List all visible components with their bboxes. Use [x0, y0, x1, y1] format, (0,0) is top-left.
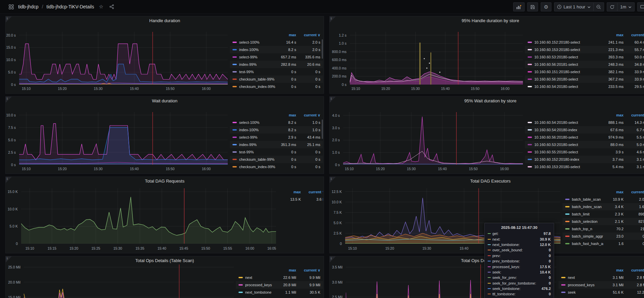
legend-color-marker[interactable]	[232, 71, 237, 72]
legend-color-marker[interactable]	[232, 166, 237, 167]
chart-plot[interactable]	[343, 112, 523, 165]
legend-item[interactable]: checksum_table-99%0 s0 s	[230, 76, 323, 83]
legend-current-header[interactable]: current ∨	[624, 33, 644, 37]
legend-item[interactable]: checksum_index-99%0 s0 s	[230, 163, 323, 170]
refresh-interval-picker[interactable]: 1m	[618, 2, 635, 11]
legend-item[interactable]: checksum_index-99%0 s0 s	[230, 83, 323, 90]
legend-color-marker[interactable]	[565, 206, 570, 207]
legend-color-marker[interactable]	[232, 159, 237, 160]
legend-item[interactable]: batch_simple_aggr23.00.3	[562, 233, 644, 240]
legend-color-marker[interactable]	[238, 292, 243, 293]
legend-item[interactable]: batch_top_n70.221.2	[562, 225, 644, 233]
legend-item[interactable]: batch13.5 K3.6 K	[278, 196, 323, 203]
legend-max-header[interactable]: max	[276, 33, 296, 37]
legend-color-marker[interactable]	[528, 71, 532, 72]
time-range-picker[interactable]: Last 1 hour	[554, 2, 594, 11]
legend-color-marker[interactable]	[232, 129, 237, 131]
chart-plot[interactable]	[24, 264, 234, 298]
legend-color-marker[interactable]	[528, 64, 532, 65]
dashboard-settings-button[interactable]: ⚙	[541, 2, 551, 11]
legend-item[interactable]: 10.160.60.56:20181-select248.3 ms34.8 ms	[525, 61, 644, 68]
legend-item[interactable]: batch_selection2.1 K827.1	[562, 218, 644, 225]
legend-max-header[interactable]: max	[603, 268, 624, 272]
breadcrumb-dashboard[interactable]: tidb-jhdcp-TiKV-Details	[47, 4, 94, 9]
legend-item[interactable]: 10.160.60.54:20180-select233.5 ms29.5 ms	[525, 83, 644, 90]
refresh-button[interactable]	[607, 2, 618, 11]
legend-max-header[interactable]: max	[281, 190, 301, 194]
legend-color-marker[interactable]	[232, 56, 237, 58]
legend-item[interactable]: batch_limit2.3 K898.5	[562, 210, 644, 218]
legend-color-marker[interactable]	[232, 122, 237, 123]
legend-color-marker[interactable]	[232, 137, 237, 138]
legend-color-marker[interactable]	[528, 79, 532, 80]
legend-item[interactable]: 10.160.60.153:20180-select5.4 ms3.1 ms	[525, 163, 644, 170]
chart-plot[interactable]	[21, 188, 276, 244]
legend-color-marker[interactable]	[232, 64, 237, 65]
share-icon[interactable]	[108, 3, 115, 10]
legend-item[interactable]: 10.160.60.152:20180-index3.7 ms3.1 ms	[525, 156, 644, 163]
legend-item[interactable]: index-100%8.2 s2.0 s	[230, 46, 323, 53]
chart-plot[interactable]	[350, 32, 523, 85]
legend-color-marker[interactable]	[232, 79, 237, 80]
legend-current-header[interactable]: current ∨	[624, 190, 644, 194]
panel-title[interactable]: 95% Wait duration by store	[330, 97, 644, 105]
legend-item[interactable]: next22.6 Mil9.9 Mil	[236, 274, 323, 281]
legend-item[interactable]: seek51.6 K12.2 K	[558, 289, 644, 296]
legend-color-marker[interactable]	[238, 277, 243, 278]
legend-max-header[interactable]: max	[603, 190, 624, 194]
legend-item[interactable]: test-99%0 s0 s	[230, 68, 323, 76]
legend-item[interactable]: 10.160.60.54:20180-index67.6 ms6.7 ms	[525, 126, 644, 134]
legend-color-marker[interactable]	[561, 292, 566, 293]
apps-grid-icon[interactable]	[7, 3, 15, 10]
legend-item[interactable]: batch_fast_hash_aggr1.60.1	[562, 240, 644, 247]
legend-color-marker[interactable]	[232, 49, 237, 50]
legend-max-header[interactable]: max	[276, 268, 296, 272]
legend-color-marker[interactable]	[528, 144, 532, 145]
legend-color-marker[interactable]	[232, 151, 237, 153]
legend-current-header[interactable]: current ∨	[301, 190, 323, 194]
panel-title[interactable]: Total DAG Requests	[6, 177, 324, 186]
legend-item[interactable]: batch_index_scan3.4 K1.6 K	[562, 203, 644, 210]
legend-item[interactable]: 10.160.60.153:20180-select221.3 ms55.7 m…	[525, 46, 644, 53]
legend-item[interactable]: processed_keys20.8 Mil9.9 Mil	[236, 281, 323, 289]
legend-current-header[interactable]: current ∨	[296, 268, 320, 272]
legend-item[interactable]: index-99%282.8 ms20.6 ms	[230, 61, 323, 68]
legend-color-marker[interactable]	[528, 137, 532, 138]
legend-color-marker[interactable]	[528, 166, 532, 167]
legend-color-marker[interactable]	[528, 56, 532, 58]
legend-color-marker[interactable]	[528, 122, 532, 123]
legend-current-header[interactable]: current ∨	[624, 268, 644, 272]
zoom-out-time-button[interactable]	[594, 2, 604, 11]
legend-color-marker[interactable]	[528, 151, 532, 153]
legend-color-marker[interactable]	[565, 199, 570, 200]
chart-plot[interactable]	[19, 112, 228, 165]
legend-item[interactable]: select-100%8.2 s1.0 s	[230, 119, 323, 126]
legend-item[interactable]: batch_table_scan10.9 K2.0 K	[562, 196, 644, 203]
legend-item[interactable]: 10.160.60.55:20180-select3.9 s4.6 ms	[525, 148, 644, 156]
panel-title[interactable]: Total DAG Executors	[330, 177, 644, 186]
legend-color-marker[interactable]	[565, 236, 570, 237]
legend-item[interactable]: next_tombstone1.1 Mil30.5 K	[236, 289, 323, 296]
legend-max-header[interactable]: max	[603, 33, 624, 37]
legend-color-marker[interactable]	[561, 284, 566, 286]
legend-item[interactable]: 10.160.60.152:20180-select241.1 ms60.4 m…	[525, 39, 644, 46]
legend-color-marker[interactable]	[565, 213, 570, 215]
legend-current-header[interactable]: current ∨	[624, 113, 644, 117]
legend-current-header[interactable]: current ∨	[296, 33, 320, 37]
legend-color-marker[interactable]	[528, 129, 532, 131]
legend-color-marker[interactable]	[232, 86, 237, 87]
chart-plot[interactable]	[19, 32, 228, 85]
legend-item[interactable]: checksum_table-99%0 s0 s	[230, 156, 323, 163]
legend-color-marker[interactable]	[528, 159, 532, 160]
legend-item[interactable]: 10.160.60.54:20180-select888.1 ms14.3 ms	[525, 119, 644, 126]
legend-color-marker[interactable]	[528, 86, 532, 87]
legend-color-marker[interactable]	[565, 228, 570, 230]
legend-item[interactable]: select-99%2.9 s43.4 ms	[230, 134, 323, 141]
legend-item[interactable]: test-99%0 s0 s	[230, 148, 323, 156]
panel-title[interactable]: Handle duration	[6, 16, 324, 25]
star-icon[interactable]: ☆	[97, 3, 105, 10]
legend-color-marker[interactable]	[561, 277, 566, 278]
legend-color-marker[interactable]	[528, 49, 532, 50]
legend-color-marker[interactable]	[565, 221, 570, 222]
legend-item[interactable]: select-99%657.2 ms335.6 ms	[230, 53, 323, 61]
